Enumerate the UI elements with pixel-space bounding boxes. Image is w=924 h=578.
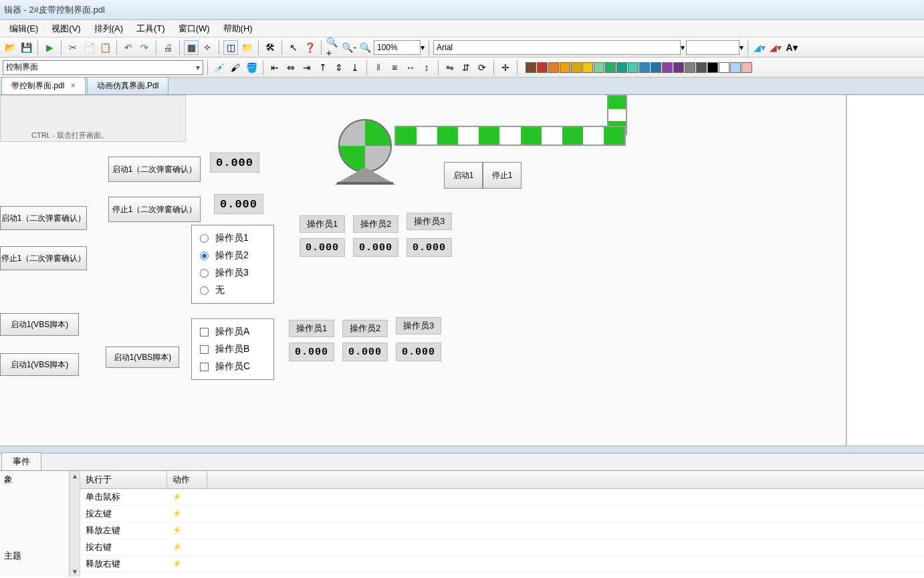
print-icon[interactable]: 🖨 <box>160 40 175 55</box>
col-action[interactable]: 动作 <box>167 471 207 488</box>
font-input[interactable] <box>433 40 681 55</box>
line-color-icon[interactable]: ◢▾ <box>768 40 783 55</box>
tab-control-page[interactable]: 带控制界面.pdl × <box>1 77 86 94</box>
snap-icon[interactable]: ✧ <box>200 40 215 55</box>
palette-color[interactable] <box>639 62 650 73</box>
event-row-lmb-down[interactable]: 按左键 <box>80 506 924 522</box>
bucket-icon[interactable]: 🪣 <box>244 60 259 75</box>
zoom-in-icon[interactable]: 🔍+ <box>326 40 340 55</box>
palette-color[interactable] <box>662 62 673 73</box>
center-icon[interactable]: ✛ <box>498 60 513 75</box>
palette-color[interactable] <box>582 62 593 73</box>
radio-operator-3[interactable] <box>200 269 209 278</box>
menu-arrange[interactable]: 排列(A) <box>88 21 130 37</box>
palette-color[interactable] <box>526 62 536 73</box>
distribute-h-icon[interactable]: ⫴ <box>371 60 386 75</box>
pointer-icon[interactable]: ↖ <box>286 40 301 55</box>
same-height-icon[interactable]: ↕ <box>419 60 434 75</box>
palette-color[interactable] <box>685 62 695 73</box>
layout-icon[interactable]: ◫ <box>223 40 238 55</box>
splitter[interactable] <box>0 446 924 454</box>
btn-start1-confirm[interactable]: 启动1（二次弹窗确认） <box>108 157 201 182</box>
zoom-input[interactable] <box>374 40 421 55</box>
folder-icon[interactable]: 📁 <box>239 40 254 55</box>
btn-stop1-small[interactable]: 停止1 <box>483 162 522 189</box>
palette-color[interactable] <box>673 62 684 73</box>
palette-color[interactable] <box>651 62 661 73</box>
btn-start1-confirm-left[interactable]: 启动1（二次弹窗确认） <box>0 206 87 230</box>
check-operator-c[interactable] <box>200 363 209 371</box>
palette-color[interactable] <box>730 62 741 73</box>
event-row-rmb-down[interactable]: 按右键 <box>80 539 924 556</box>
open-icon[interactable]: 📂 <box>3 40 17 55</box>
tree-item-theme[interactable]: 主题 <box>0 547 80 565</box>
fill-color-icon[interactable]: ◢▾ <box>752 40 767 55</box>
tab-animation-page[interactable]: 动画仿真界面.Pdl <box>87 77 169 94</box>
palette-color[interactable] <box>707 62 718 73</box>
menu-window[interactable]: 窗口(W) <box>172 21 217 37</box>
btn-start-vbs-3[interactable]: 启动1(VBS脚本) <box>106 347 179 368</box>
palette-color[interactable] <box>548 62 559 73</box>
btn-start-vbs-1[interactable]: 启动1(VBS脚本) <box>0 313 79 336</box>
align-right-icon[interactable]: ⇥ <box>300 60 314 75</box>
same-width-icon[interactable]: ↔ <box>403 60 418 75</box>
help-icon[interactable]: ❓ <box>302 40 317 55</box>
palette-color[interactable] <box>594 62 604 73</box>
palette-color[interactable] <box>571 62 582 73</box>
design-canvas[interactable]: CTRL - 双击打开画面。 启动1（二次弹窗确认） 停止1（二次弹窗确认） 启… <box>0 95 846 446</box>
rotate-icon[interactable]: ⟳ <box>475 60 489 75</box>
menu-help[interactable]: 帮助(H) <box>217 21 259 37</box>
align-center-v-icon[interactable]: ⇕ <box>332 60 346 75</box>
radio-operator-1[interactable] <box>200 234 209 243</box>
paste-icon[interactable]: 📋 <box>98 40 112 55</box>
palette-color[interactable] <box>719 62 729 73</box>
close-icon[interactable]: × <box>71 81 76 90</box>
event-row-lmb-up[interactable]: 释放左键 <box>80 522 924 539</box>
align-top-icon[interactable]: ⤒ <box>316 60 330 75</box>
distribute-v-icon[interactable]: ≡ <box>387 60 402 75</box>
palette-color[interactable] <box>628 62 639 73</box>
fontsize-input[interactable] <box>686 40 739 55</box>
align-left-icon[interactable]: ⇤ <box>267 60 282 75</box>
flip-v-icon[interactable]: ⇵ <box>459 60 473 75</box>
play-icon[interactable]: ▶ <box>42 40 57 55</box>
palette-color[interactable] <box>560 62 570 73</box>
redo-icon[interactable]: ↷ <box>137 40 152 55</box>
palette-color[interactable] <box>741 62 752 73</box>
copy-icon[interactable]: 📄 <box>82 40 96 55</box>
palette-color[interactable] <box>696 62 707 73</box>
brush-icon[interactable]: 🖌 <box>228 60 243 75</box>
events-tree[interactable]: 象 主题 <box>0 471 80 577</box>
btn-start-vbs-2[interactable]: 启动1(VBS脚本) <box>0 353 79 376</box>
zoom-fit-icon[interactable]: 🔍 <box>358 40 372 55</box>
palette-color[interactable] <box>616 62 627 73</box>
btn-stop1-confirm[interactable]: 停止1（二次弹窗确认） <box>108 197 201 222</box>
settings-icon[interactable]: 🛠 <box>263 40 277 55</box>
flip-h-icon[interactable]: ⇋ <box>443 60 457 75</box>
zoom-out-icon[interactable]: 🔍- <box>342 40 356 55</box>
radio-none[interactable] <box>200 286 209 295</box>
align-center-h-icon[interactable]: ⇔ <box>283 60 298 75</box>
menu-view[interactable]: 视图(V) <box>45 21 87 37</box>
page-selector-combo[interactable]: 控制界面 <box>3 60 203 75</box>
grid-icon[interactable]: ▦ <box>184 40 199 55</box>
tree-item-object[interactable]: 象 <box>0 471 80 488</box>
btn-stop1-confirm-left[interactable]: 停止1（二次弹窗确认） <box>0 246 87 270</box>
save-icon[interactable]: 💾 <box>19 40 33 55</box>
tree-item-blank[interactable] <box>0 488 80 494</box>
cut-icon[interactable]: ✂ <box>66 40 80 55</box>
align-bottom-icon[interactable]: ⤓ <box>348 60 362 75</box>
text-color-icon[interactable]: A▾ <box>784 40 799 55</box>
palette-color[interactable] <box>605 62 616 73</box>
check-operator-b[interactable] <box>200 345 209 354</box>
col-execute[interactable]: 执行于 <box>80 471 167 488</box>
radio-operator-2[interactable] <box>200 252 209 260</box>
scrollbar[interactable] <box>69 471 80 577</box>
menu-edit[interactable]: 编辑(E) <box>3 21 45 37</box>
menu-tools[interactable]: 工具(T) <box>130 21 172 37</box>
palette-color[interactable] <box>537 62 548 73</box>
eyedropper-icon[interactable]: 💉 <box>212 60 227 75</box>
undo-icon[interactable]: ↶ <box>121 40 136 55</box>
btn-start1-small[interactable]: 启动1 <box>444 162 483 189</box>
tab-events[interactable]: 事件 <box>1 452 41 470</box>
